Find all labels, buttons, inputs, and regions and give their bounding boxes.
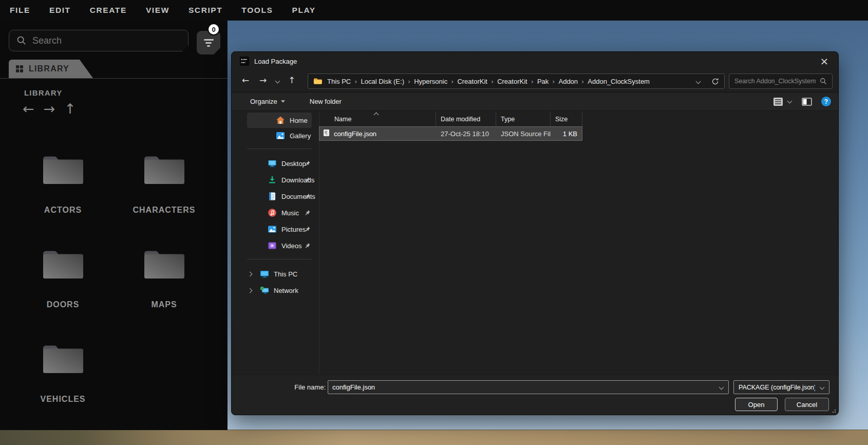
sidebar-item-label: Music: [281, 209, 299, 217]
music-icon: [268, 208, 277, 217]
breadcrumb-separator-icon: ›: [408, 78, 410, 85]
folder-icon: [42, 248, 85, 282]
breadcrumb: This PC›Local Disk (E:)›Hypersonic›Creat…: [326, 78, 651, 85]
search-icon: [820, 78, 827, 85]
menu-item-play[interactable]: PLAY: [292, 6, 315, 15]
breadcrumb-item-hypersonic[interactable]: Hypersonic: [413, 78, 448, 85]
menu-item-edit[interactable]: EDIT: [49, 6, 71, 15]
nav-forward-icon[interactable]: →: [259, 75, 267, 85]
column-header-date-modified[interactable]: Date modified: [436, 112, 496, 127]
organize-label: Organize: [250, 98, 277, 105]
address-bar[interactable]: This PC›Local Disk (E:)›Hypersonic›Creat…: [308, 73, 725, 89]
column-header-size[interactable]: Size: [551, 112, 582, 127]
sidebar-item-pictures[interactable]: Pictures: [247, 221, 312, 237]
new-folder-button[interactable]: New folder: [310, 98, 342, 105]
folder-label: CHARACTERS: [133, 206, 196, 215]
pin-icon: [304, 243, 311, 249]
sidebar-item-this-pc[interactable]: This PC: [247, 266, 312, 282]
file-size-cell: 1 KB: [551, 130, 581, 138]
file-type-select[interactable]: PACKAGE (configFile.json): [733, 380, 829, 394]
dialog-search-input[interactable]: [734, 78, 817, 85]
sidebar-item-music[interactable]: Music: [247, 205, 312, 221]
sidebar-item-label: Pictures: [281, 226, 306, 233]
breadcrumb-separator-icon: ›: [552, 78, 555, 85]
help-icon[interactable]: ?: [821, 97, 831, 106]
sidebar-item-desktop[interactable]: Desktop: [247, 155, 312, 172]
sidebar-separator: [247, 149, 312, 149]
nav-up-icon[interactable]: ↑: [288, 75, 295, 85]
sidebar-item-downloads[interactable]: Downloads: [247, 172, 312, 188]
folder-label: MAPS: [151, 300, 177, 309]
breadcrumb-item-local-disk-e-[interactable]: Local Disk (E:): [360, 78, 405, 85]
pictures-icon: [268, 225, 277, 234]
breadcrumb-item-this-pc[interactable]: This PC: [326, 78, 352, 85]
sidebar-item-label: Home: [290, 117, 308, 124]
library-tab-label: LIBRARY: [29, 64, 69, 73]
menu-item-create[interactable]: CREATE: [90, 6, 127, 15]
pin-icon: [304, 193, 311, 200]
file-name-combo[interactable]: [328, 380, 729, 394]
forward-arrow-icon[interactable]: →: [44, 102, 55, 116]
details-view-icon[interactable]: [772, 97, 784, 106]
refresh-icon[interactable]: [711, 78, 719, 85]
menu-item-tools[interactable]: TOOLS: [241, 6, 273, 15]
dialog-titlebar[interactable]: Load Package ×: [232, 52, 838, 70]
chevron-down-icon[interactable]: [719, 385, 724, 390]
library-folder-maps[interactable]: MAPS: [114, 244, 215, 338]
breadcrumb-item-addon[interactable]: Addon: [557, 78, 579, 85]
tab-library[interactable]: LIBRARY: [9, 60, 93, 78]
menu-item-script[interactable]: SCRIPT: [188, 6, 222, 15]
breadcrumb-separator-icon: ›: [581, 78, 584, 85]
file-name-cell: configFile.json: [319, 129, 436, 138]
folder-label: DOORS: [47, 300, 80, 309]
open-button[interactable]: Open: [735, 398, 778, 411]
sidebar-item-network[interactable]: Network: [247, 282, 312, 299]
menu-item-file[interactable]: FILE: [10, 6, 30, 15]
breadcrumb-item-creatorkit[interactable]: CreatorKit: [496, 78, 529, 85]
library-folder-actors[interactable]: ACTORS: [12, 149, 114, 244]
file-row-configfile-json[interactable]: configFile.json27-Oct-25 18:10JSON Sourc…: [319, 127, 582, 140]
chevron-right-icon[interactable]: [248, 288, 253, 293]
column-header-type[interactable]: Type: [496, 112, 551, 127]
file-date-cell: 27-Oct-25 18:10: [436, 130, 496, 138]
up-arrow-icon[interactable]: ↑: [64, 102, 76, 116]
dialog-search-box[interactable]: [729, 73, 833, 89]
file-name-input[interactable]: [328, 383, 714, 391]
view-dropdown-icon[interactable]: [787, 98, 792, 103]
dialog-footer: File name: PACKAGE (configFile.json) Ope…: [232, 375, 838, 415]
sidebar-item-home[interactable]: Home: [247, 113, 312, 128]
gallery-icon: [276, 131, 285, 140]
sidebar-item-documents[interactable]: Documents: [247, 188, 312, 205]
breadcrumb-separator-icon: ›: [491, 78, 494, 85]
address-dropdown-icon[interactable]: [696, 79, 701, 84]
close-icon[interactable]: ×: [815, 52, 834, 70]
column-header-name[interactable]: Name: [319, 112, 436, 127]
breadcrumb-item-addon-clocksystem[interactable]: Addon_ClockSystem: [587, 78, 651, 85]
pin-icon: [304, 160, 311, 167]
new-folder-label: New folder: [310, 98, 342, 105]
organize-button[interactable]: Organize: [250, 98, 285, 105]
preview-pane-icon[interactable]: [802, 98, 812, 106]
nav-back-icon[interactable]: ←: [242, 75, 249, 85]
sidebar-item-label: Network: [274, 287, 298, 294]
sidebar-item-videos[interactable]: Videos: [247, 237, 312, 254]
breadcrumb-item-creatorkit[interactable]: CreatorKit: [456, 78, 488, 85]
chevron-right-icon[interactable]: [248, 271, 253, 276]
library-folder-vehicles[interactable]: VEHICLES: [12, 338, 114, 433]
file-type-cell: JSON Source File: [496, 130, 551, 138]
breadcrumb-separator-icon: ›: [531, 78, 534, 85]
library-search-box[interactable]: [9, 30, 188, 51]
sidebar-item-gallery[interactable]: Gallery: [247, 128, 312, 143]
resize-grip[interactable]: [829, 406, 836, 413]
home-icon: [276, 116, 285, 125]
library-folder-characters[interactable]: CHARACTERS: [114, 149, 215, 244]
recent-locations-icon[interactable]: [275, 79, 280, 84]
cancel-button[interactable]: Cancel: [785, 398, 829, 411]
library-folder-doors[interactable]: DOORS: [12, 244, 114, 338]
file-type-value: PACKAGE (configFile.json): [734, 384, 815, 391]
load-package-dialog: Load Package × ← → ↑ This PC›Local Disk …: [231, 51, 839, 415]
back-arrow-icon[interactable]: ←: [23, 102, 34, 116]
breadcrumb-item-pak[interactable]: Pak: [536, 78, 550, 85]
menu-item-view[interactable]: VIEW: [146, 6, 169, 15]
library-search-input[interactable]: [32, 35, 188, 46]
